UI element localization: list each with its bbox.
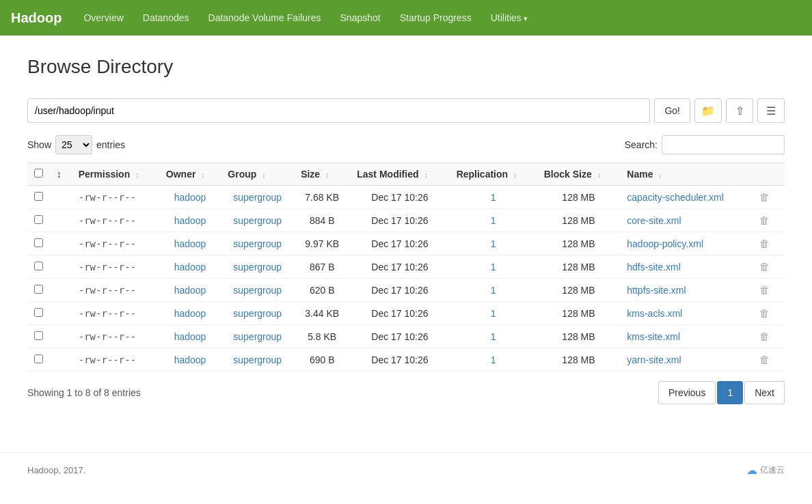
go-button[interactable]: Go! bbox=[654, 98, 690, 123]
delete-button[interactable]: 🗑 bbox=[757, 261, 772, 272]
row-name: hadoop-policy.xml bbox=[620, 232, 750, 255]
replication-link[interactable]: 1 bbox=[491, 238, 496, 249]
row-permission: -rw-r--r-- bbox=[72, 279, 159, 302]
delete-button[interactable]: 🗑 bbox=[757, 284, 772, 296]
header-size[interactable]: Size ↕ bbox=[294, 163, 350, 186]
table-row: -rw-r--r-- hadoop supergroup 7.68 KB Dec… bbox=[27, 186, 785, 209]
row-checkbox-7[interactable] bbox=[34, 354, 43, 363]
owner-link[interactable]: hadoop bbox=[174, 215, 206, 226]
group-link[interactable]: supergroup bbox=[233, 215, 282, 226]
file-link[interactable]: kms-site.xml bbox=[627, 331, 680, 342]
header-last-modified[interactable]: Last Modified ↕ bbox=[350, 163, 449, 186]
group-link[interactable]: supergroup bbox=[233, 354, 282, 365]
row-group: supergroup bbox=[221, 255, 294, 279]
file-link[interactable]: yarn-site.xml bbox=[627, 354, 681, 365]
file-link[interactable]: hadoop-policy.xml bbox=[627, 238, 703, 249]
table-body: -rw-r--r-- hadoop supergroup 7.68 KB Dec… bbox=[27, 186, 785, 372]
owner-link[interactable]: hadoop bbox=[174, 308, 206, 319]
header-name[interactable]: Name ↕ bbox=[620, 163, 750, 186]
search-input[interactable] bbox=[662, 135, 785, 154]
replication-link[interactable]: 1 bbox=[491, 308, 496, 319]
header-replication[interactable]: Replication ↕ bbox=[450, 163, 537, 186]
group-link[interactable]: supergroup bbox=[233, 308, 282, 319]
delete-button[interactable]: 🗑 bbox=[757, 354, 772, 365]
group-link[interactable]: supergroup bbox=[233, 192, 282, 203]
delete-button[interactable]: 🗑 bbox=[757, 238, 772, 249]
select-all-checkbox[interactable] bbox=[34, 169, 43, 178]
header-owner[interactable]: Owner ↕ bbox=[159, 163, 221, 186]
replication-link[interactable]: 1 bbox=[491, 192, 496, 203]
row-block-size: 128 MB bbox=[537, 186, 621, 209]
next-button[interactable]: Next bbox=[744, 381, 785, 404]
row-checkbox-0[interactable] bbox=[34, 192, 43, 201]
row-replication: 1 bbox=[450, 186, 537, 209]
row-checkbox-2[interactable] bbox=[34, 238, 43, 247]
controls-row: Show 10 25 50 100 entries Search: bbox=[27, 135, 785, 154]
group-link[interactable]: supergroup bbox=[233, 262, 282, 272]
replication-link[interactable]: 1 bbox=[491, 285, 496, 296]
file-link[interactable]: httpfs-site.xml bbox=[627, 285, 686, 296]
delete-button[interactable]: 🗑 bbox=[757, 307, 772, 319]
permission-sort-icon: ↕ bbox=[135, 171, 139, 179]
nav-datanodes[interactable]: Datanodes bbox=[135, 8, 198, 27]
owner-link[interactable]: hadoop bbox=[174, 238, 206, 249]
nav-startup-progress[interactable]: Startup Progress bbox=[392, 8, 480, 27]
row-delete: 🗑 bbox=[750, 348, 785, 372]
page-title: Browse Directory bbox=[27, 56, 785, 78]
row-index bbox=[50, 186, 72, 209]
row-replication: 1 bbox=[450, 209, 537, 232]
file-link[interactable]: kms-acls.xml bbox=[627, 308, 682, 319]
file-button[interactable]: ☰ bbox=[757, 98, 785, 123]
nav-snapshot[interactable]: Snapshot bbox=[332, 8, 389, 27]
row-checkbox-6[interactable] bbox=[34, 331, 43, 340]
header-group[interactable]: Group ↕ bbox=[221, 163, 294, 186]
nav-overview[interactable]: Overview bbox=[75, 8, 131, 27]
header-permission[interactable]: Permission ↕ bbox=[72, 163, 159, 186]
file-link[interactable]: core-site.xml bbox=[627, 215, 681, 226]
group-link[interactable]: supergroup bbox=[233, 285, 282, 296]
nav-datanode-volume-failures[interactable]: Datanode Volume Failures bbox=[200, 8, 329, 27]
delete-button[interactable]: 🗑 bbox=[757, 331, 772, 342]
navbar-brand[interactable]: Hadoop bbox=[11, 10, 62, 26]
folder-icon: 📁 bbox=[701, 104, 715, 117]
group-link[interactable]: supergroup bbox=[233, 331, 282, 342]
nav-utilities[interactable]: Utilities bbox=[483, 8, 536, 27]
row-index bbox=[50, 302, 72, 325]
show-label: Show bbox=[27, 139, 51, 150]
owner-link[interactable]: hadoop bbox=[174, 354, 206, 365]
owner-link[interactable]: hadoop bbox=[174, 262, 206, 272]
replication-link[interactable]: 1 bbox=[491, 331, 496, 342]
row-group: supergroup bbox=[221, 325, 294, 348]
file-link[interactable]: capacity-scheduler.xml bbox=[627, 192, 724, 203]
group-link[interactable]: supergroup bbox=[233, 238, 282, 249]
header-block-size[interactable]: Block Size ↕ bbox=[537, 163, 621, 186]
replication-link[interactable]: 1 bbox=[491, 262, 496, 272]
row-delete: 🗑 bbox=[750, 302, 785, 325]
footer-row: Showing 1 to 8 of 8 entries Previous 1 N… bbox=[27, 381, 785, 404]
delete-button[interactable]: 🗑 bbox=[757, 214, 772, 226]
path-input[interactable] bbox=[27, 98, 650, 123]
cloud-icon: ☁ bbox=[746, 464, 757, 477]
header-sort[interactable]: ↕ bbox=[50, 163, 72, 186]
previous-button[interactable]: Previous bbox=[658, 381, 716, 404]
row-last-modified: Dec 17 10:26 bbox=[350, 255, 449, 279]
owner-link[interactable]: hadoop bbox=[174, 331, 206, 342]
delete-button[interactable]: 🗑 bbox=[757, 191, 772, 203]
row-checkbox-5[interactable] bbox=[34, 308, 43, 317]
owner-link[interactable]: hadoop bbox=[174, 285, 206, 296]
folder-button[interactable]: 📁 bbox=[694, 98, 722, 123]
replication-link[interactable]: 1 bbox=[491, 215, 496, 226]
table-header: ↕ Permission ↕ Owner ↕ Group ↕ Size ↕ bbox=[27, 163, 785, 186]
upload-button[interactable]: ⇧ bbox=[726, 98, 753, 123]
file-link[interactable]: hdfs-site.xml bbox=[627, 262, 681, 272]
replication-link[interactable]: 1 bbox=[491, 354, 496, 365]
row-checkbox-3[interactable] bbox=[34, 262, 43, 270]
page-1-button[interactable]: 1 bbox=[717, 381, 743, 404]
owner-link[interactable]: hadoop bbox=[174, 192, 206, 203]
row-checkbox-4[interactable] bbox=[34, 285, 43, 294]
footer-copyright: Hadoop, 2017. bbox=[27, 465, 85, 475]
row-check bbox=[27, 186, 50, 209]
row-checkbox-1[interactable] bbox=[34, 215, 43, 224]
row-name: kms-site.xml bbox=[620, 325, 750, 348]
entries-select[interactable]: 10 25 50 100 bbox=[55, 135, 92, 154]
